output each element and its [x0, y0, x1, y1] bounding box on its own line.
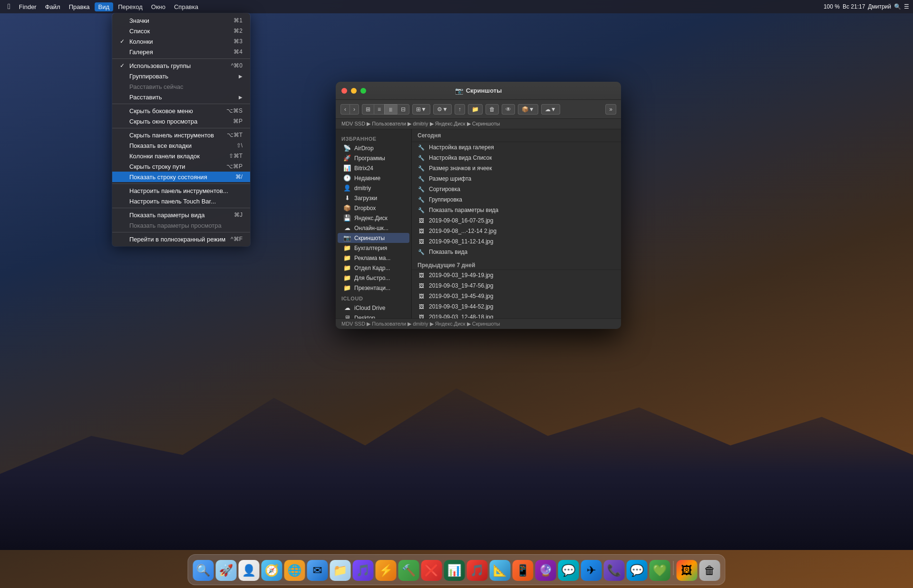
dock-item-finder[interactable]: 🔍 — [193, 560, 214, 581]
menu-item-show-all-tabs[interactable]: Показать все вкладки ⇧\ — [112, 140, 250, 151]
menubar-window[interactable]: Окно — [147, 2, 169, 11]
menubar-edit[interactable]: Правка — [65, 2, 94, 11]
menu-item-gallery[interactable]: Галерея ⌘4 — [112, 47, 250, 57]
toolbar-arrange-button[interactable]: ⊞▼ — [412, 104, 430, 115]
menu-item-show-status-bar[interactable]: Показать строку состояния ⌘/ — [112, 172, 250, 182]
dock-item-files[interactable]: 📁 — [330, 560, 351, 581]
menubar-list-icon[interactable]: ☰ — [904, 3, 909, 10]
file-item[interactable]: 🖼2019-09-03_19-49-19.jpg — [412, 270, 621, 280]
window-minimize-button[interactable] — [351, 88, 357, 94]
menu-item-customize-toolbar[interactable]: Настроить панель инструментов... — [112, 185, 250, 196]
file-item[interactable]: 🔧Группировка — [412, 194, 621, 205]
toolbar-forward-button[interactable]: › — [350, 104, 359, 115]
dock-item-music[interactable]: 🎵 — [467, 560, 488, 581]
dock-item-app1[interactable]: 🎵 — [353, 560, 374, 581]
menu-item-fullscreen[interactable]: Перейти в полноэкранный режим ^⌘F — [112, 234, 250, 244]
dock-item-trash[interactable]: 🗑 — [699, 560, 720, 581]
toolbar-icloud-button[interactable]: ☁▼ — [541, 104, 560, 115]
file-item[interactable]: 🖼2019-09-03_19-45-49.jpg — [412, 291, 621, 301]
menu-item-view-options[interactable]: Показать параметры вида ⌘J — [112, 210, 250, 220]
toolbar-icon-view[interactable]: ⊞ — [362, 104, 374, 115]
file-item[interactable]: 🔧Показать параметры вида — [412, 205, 621, 215]
dock-item-app6[interactable]: 🔮 — [535, 560, 556, 581]
menu-item-tab-bar[interactable]: Колонки панели вкладок ⇧⌘T — [112, 151, 250, 161]
menu-item-group-by[interactable]: Группировать ▶ — [112, 71, 250, 81]
menu-item-hide-path[interactable]: Скрыть строку пути ⌥⌘P — [112, 161, 250, 172]
menu-item-hide-sidebar[interactable]: Скрыть боковое меню ⌥⌘S — [112, 106, 250, 116]
sidebar-item-screenshots[interactable]: 📷 Скриншоты — [338, 233, 409, 243]
sidebar-item-presentations[interactable]: 📁 Презентаци... — [338, 283, 409, 293]
menu-item-customize-touchbar[interactable]: Настроить панель Touch Bar... — [112, 196, 250, 206]
sidebar-item-downloads[interactable]: ⬇ Загрузки — [338, 193, 409, 203]
file-item[interactable]: 🔧Настройка вида Список — [412, 153, 621, 163]
sidebar-item-recent[interactable]: 🕐 Недавние — [338, 173, 409, 183]
menubar-go[interactable]: Переход — [114, 2, 146, 11]
dock-item-whatsapp[interactable]: 💚 — [650, 560, 670, 581]
toolbar-preview-button[interactable]: 👁 — [502, 104, 515, 115]
sidebar-item-airdrop[interactable]: 📡 AirDrop — [338, 143, 409, 153]
toolbar-column-view[interactable]: ⫼ — [384, 104, 397, 115]
dock-item-viber[interactable]: 📞 — [604, 560, 625, 581]
sidebar-item-hr[interactable]: 📁 Отдел Кадр... — [338, 263, 409, 273]
file-item[interactable]: 🔧Показать вида — [412, 247, 621, 257]
dock-item-launchpad[interactable]: 🚀 — [216, 560, 237, 581]
toolbar-share-button[interactable]: ↑ — [455, 104, 465, 115]
sidebar-item-bitrix[interactable]: 📊 Bitrix24 — [338, 163, 409, 173]
menubar-search-icon[interactable]: 🔍 — [894, 3, 901, 10]
file-item[interactable]: 🖼2019-09-08_11-12-14.jpg — [412, 236, 621, 247]
sidebar-item-apps[interactable]: 🚀 Программы — [338, 153, 409, 163]
file-item[interactable]: 🖼2019-09-08_...-12-14 2.jpg — [412, 226, 621, 236]
sidebar-item-quick[interactable]: 📁 Для быстро... — [338, 273, 409, 283]
sidebar-item-ads[interactable]: 📁 Реклама ма... — [338, 253, 409, 263]
menu-item-arrange[interactable]: Расставить ▶ — [112, 92, 250, 102]
dock-item-photos[interactable]: 🖼 — [677, 560, 698, 581]
toolbar-dropbox-button[interactable]: 📦▼ — [518, 104, 538, 115]
dock-item-app7[interactable]: 💬 — [558, 560, 579, 581]
menubar-file[interactable]: Файл — [41, 2, 64, 11]
file-item[interactable]: 🔧Настройка вида галерея — [412, 142, 621, 153]
menu-item-hide-preview[interactable]: Скрыть окно просмотра ⌘P — [112, 116, 250, 126]
dock-item-app2[interactable]: ⚡ — [376, 560, 397, 581]
dock-item-excel[interactable]: 📊 — [444, 560, 465, 581]
toolbar-more-button[interactable]: » — [605, 104, 616, 115]
menu-item-hide-toolbar[interactable]: Скрыть панель инструментов ⌥⌘T — [112, 130, 250, 140]
toolbar-gallery-view[interactable]: ⊟ — [397, 104, 409, 115]
file-item[interactable]: 🖼2019-09-08_16-07-25.jpg — [412, 215, 621, 226]
file-item[interactable]: 🔧Размер значков и ячеек — [412, 163, 621, 174]
toolbar-action-button[interactable]: ⚙▼ — [433, 104, 452, 115]
dock-item-app3[interactable]: 🔨 — [398, 560, 419, 581]
file-item[interactable]: 🖼2019-09-03_12-48-18.jpg — [412, 312, 621, 318]
menubar-finder[interactable]: Finder — [15, 2, 40, 11]
dock-item-app4[interactable]: ❌ — [421, 560, 442, 581]
sidebar-item-dropbox[interactable]: 📦 Dropbox — [338, 203, 409, 213]
menu-item-columns[interactable]: ✓ Колонки ⌘3 — [112, 36, 250, 47]
dock-item-safari[interactable]: 🧭 — [262, 560, 282, 581]
sidebar-item-icloud-drive[interactable]: ☁ iCloud Drive — [338, 303, 409, 313]
window-close-button[interactable] — [341, 88, 347, 94]
file-item[interactable]: 🔧Сортировка — [412, 184, 621, 194]
dock-item-telegram[interactable]: ✈ — [581, 560, 602, 581]
dock-item-app5[interactable]: 📱 — [513, 560, 534, 581]
menubar-view[interactable]: Вид — [95, 2, 114, 11]
toolbar-new-folder-button[interactable]: 📁 — [468, 104, 483, 115]
dock-item-chrome[interactable]: 🌐 — [284, 560, 305, 581]
sidebar-item-online[interactable]: ☁ Онлайн-шк... — [338, 223, 409, 233]
sidebar-item-dmitriy[interactable]: 👤 dmitriy — [338, 183, 409, 193]
dock-item-keynote[interactable]: 📐 — [490, 560, 511, 581]
dock-item-skype[interactable]: 💬 — [627, 560, 648, 581]
apple-menu[interactable]:  — [4, 1, 14, 12]
sidebar-item-yandex[interactable]: 💾 Яндекс.Диск — [338, 213, 409, 223]
file-item[interactable]: 🔧Размер шрифта — [412, 174, 621, 184]
file-item[interactable]: 🖼2019-09-03_19-44-52.jpg — [412, 301, 621, 312]
window-maximize-button[interactable] — [360, 88, 366, 94]
sidebar-item-accounting[interactable]: 📁 Бухгалтерия — [338, 243, 409, 253]
menu-item-icons[interactable]: Значки ⌘1 — [112, 15, 250, 26]
file-item[interactable]: 🖼2019-09-03_19-47-56.jpg — [412, 280, 621, 291]
dock-item-mail[interactable]: ✉ — [307, 560, 328, 581]
menu-item-use-groups[interactable]: ✓ Использовать группы ^⌘0 — [112, 60, 250, 71]
toolbar-back-button[interactable]: ‹ — [340, 104, 350, 115]
menu-item-list[interactable]: Список ⌘2 — [112, 26, 250, 36]
sidebar-item-desktop[interactable]: 🖥 Desktop — [338, 313, 409, 318]
toolbar-list-view[interactable]: ≡ — [374, 104, 384, 115]
toolbar-delete-button[interactable]: 🗑 — [486, 104, 499, 115]
